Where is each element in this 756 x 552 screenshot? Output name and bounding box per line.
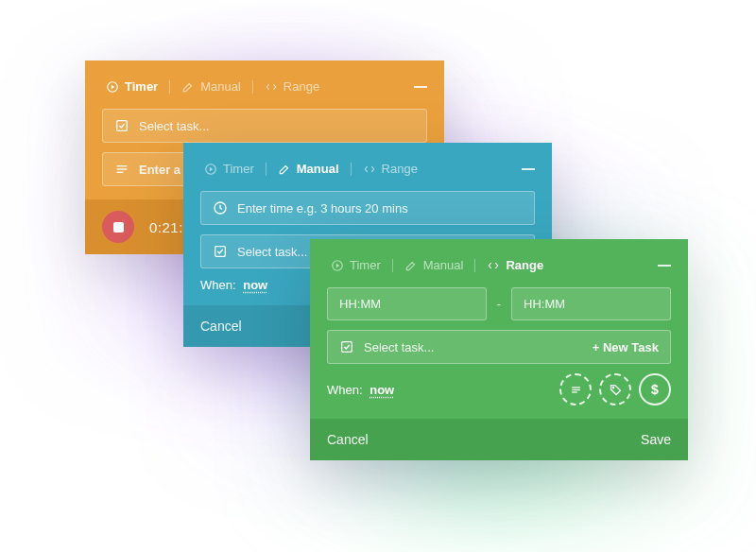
minimize-button[interactable] <box>414 86 427 88</box>
time-input[interactable]: Enter time e.g. 3 hours 20 mins <box>200 191 535 225</box>
end-time-input[interactable]: HH:MM <box>511 287 671 320</box>
tag-button[interactable] <box>599 373 631 405</box>
range-arrows-icon <box>487 259 500 272</box>
tab-manual-label: Manual <box>297 162 339 176</box>
stop-button[interactable] <box>102 211 134 243</box>
task-check-icon <box>339 339 354 354</box>
svg-rect-7 <box>215 247 226 257</box>
start-time-input[interactable]: HH:MM <box>327 287 487 320</box>
task-select[interactable]: Select task... <box>102 109 427 143</box>
tag-icon <box>609 383 623 397</box>
when-selector[interactable]: When: now <box>327 383 394 397</box>
play-circle-icon <box>331 259 344 272</box>
play-circle-icon <box>204 163 217 176</box>
tab-range-label: Range <box>382 162 418 176</box>
range-dash: - <box>496 297 502 311</box>
new-task-button[interactable]: + New Task <box>593 340 659 354</box>
play-circle-icon <box>106 80 119 94</box>
tab-range[interactable]: Range <box>483 256 547 274</box>
range-arrows-icon <box>363 163 376 176</box>
separator <box>392 259 393 272</box>
task-select[interactable]: Select task... + New Task <box>327 330 671 364</box>
time-placeholder: Enter time e.g. 3 hours 20 mins <box>237 201 523 216</box>
separator <box>351 163 352 176</box>
tab-range-label: Range <box>284 79 319 94</box>
when-label: When: <box>327 383 363 397</box>
task-placeholder: Select task... <box>139 119 415 133</box>
range-arrows-icon <box>265 80 278 94</box>
tabs: Timer Manual Range <box>200 160 535 178</box>
dollar-icon: $ <box>651 382 659 397</box>
when-value: now <box>369 383 394 397</box>
tab-timer[interactable]: Timer <box>200 160 258 178</box>
svg-rect-1 <box>117 121 128 131</box>
tab-range[interactable]: Range <box>359 160 421 178</box>
tab-manual[interactable]: Manual <box>274 160 343 178</box>
minimize-button[interactable] <box>658 265 671 267</box>
tab-timer-label: Timer <box>350 258 381 272</box>
edit-icon <box>278 163 291 176</box>
end-time-placeholder: HH:MM <box>524 297 659 311</box>
task-check-icon <box>213 244 228 259</box>
minimize-button[interactable] <box>522 168 535 170</box>
tab-manual-label: Manual <box>423 258 464 272</box>
note-lines-icon <box>114 162 129 177</box>
clock-icon <box>213 200 228 216</box>
task-placeholder: Select task... <box>364 340 583 354</box>
cancel-button[interactable]: Cancel <box>200 319 242 334</box>
task-check-icon <box>114 118 129 133</box>
svg-point-13 <box>612 387 614 388</box>
tab-manual-label: Manual <box>200 79 241 94</box>
tabs: Timer Manual Range <box>327 256 671 274</box>
tab-timer-label: Timer <box>125 79 158 94</box>
edit-icon <box>181 80 195 94</box>
tab-manual[interactable]: Manual <box>401 256 468 274</box>
separator <box>474 259 475 272</box>
separator <box>252 80 253 94</box>
tab-timer-label: Timer <box>223 162 254 176</box>
when-label: When: <box>200 278 236 292</box>
separator <box>266 163 266 176</box>
tabs: Timer Manual Range <box>102 78 427 95</box>
footer: Cancel Save <box>310 419 688 460</box>
save-button[interactable]: Save <box>641 432 671 447</box>
tab-timer[interactable]: Timer <box>327 256 385 274</box>
note-lines-icon <box>569 383 583 397</box>
note-button[interactable] <box>559 373 592 405</box>
tab-manual[interactable]: Manual <box>178 78 245 95</box>
tab-range[interactable]: Range <box>261 78 323 95</box>
tab-range-label: Range <box>506 258 543 272</box>
separator <box>169 80 170 94</box>
range-card: Timer Manual Range HH:MM <box>310 239 688 460</box>
cancel-button[interactable]: Cancel <box>327 432 369 447</box>
when-value: now <box>243 278 267 292</box>
start-time-placeholder: HH:MM <box>339 297 474 311</box>
tab-timer[interactable]: Timer <box>102 78 162 95</box>
svg-rect-9 <box>342 342 352 353</box>
edit-icon <box>404 259 418 272</box>
billable-button[interactable]: $ <box>639 373 671 405</box>
